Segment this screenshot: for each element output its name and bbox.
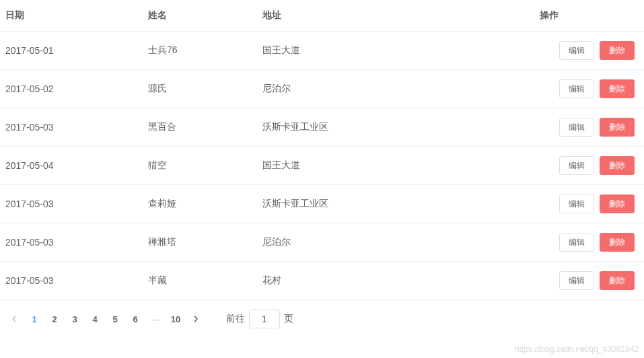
page-ellipsis[interactable]: ··· (145, 310, 166, 328)
delete-button[interactable]: 删除 (600, 194, 635, 213)
page-number-10[interactable]: 10 (166, 310, 186, 328)
next-page-button[interactable] (186, 310, 206, 328)
table-row: 2017-05-03禅雅塔尼泊尔编辑删除 (0, 223, 644, 262)
table-row: 2017-05-02源氏尼泊尔编辑删除 (0, 70, 644, 108)
delete-button[interactable]: 删除 (600, 271, 635, 290)
col-header-name: 姓名 (141, 0, 256, 32)
cell-name: 查莉娅 (141, 185, 256, 223)
cell-addr: 沃斯卡亚工业区 (256, 108, 533, 147)
cell-addr: 花村 (256, 262, 533, 300)
cell-op: 编辑删除 (533, 108, 644, 147)
cell-op: 编辑删除 (533, 262, 644, 300)
cell-op: 编辑删除 (533, 185, 644, 223)
cell-date: 2017-05-01 (0, 32, 141, 70)
page-number-1[interactable]: 1 (24, 310, 44, 328)
delete-button[interactable]: 删除 (600, 156, 635, 175)
jumper-prefix: 前往 (226, 313, 245, 325)
cell-date: 2017-05-03 (0, 223, 141, 262)
cell-addr: 国王大道 (256, 147, 533, 185)
cell-name: 士兵76 (141, 32, 256, 70)
chevron-right-icon (192, 316, 199, 322)
data-table: 日期 姓名 地址 操作 2017-05-01士兵76国王大道编辑删除2017-0… (0, 0, 644, 300)
cell-name: 禅雅塔 (141, 223, 256, 262)
jumper-suffix: 页 (284, 313, 293, 325)
edit-button[interactable]: 编辑 (559, 41, 594, 60)
cell-addr: 尼泊尔 (256, 70, 533, 108)
chevron-left-icon (11, 316, 17, 322)
cell-addr: 沃斯卡亚工业区 (256, 185, 533, 223)
pagination: 123456···10 前往 页 (0, 300, 644, 338)
cell-date: 2017-05-03 (0, 185, 141, 223)
cell-addr: 国王大道 (256, 32, 533, 70)
page-number-6[interactable]: 6 (125, 310, 145, 328)
col-header-op: 操作 (533, 0, 644, 32)
cell-op: 编辑删除 (533, 32, 644, 70)
delete-button[interactable]: 删除 (600, 41, 635, 60)
edit-button[interactable]: 编辑 (559, 156, 594, 175)
table-row: 2017-05-03查莉娅沃斯卡亚工业区编辑删除 (0, 185, 644, 223)
cell-op: 编辑删除 (533, 147, 644, 185)
cell-date: 2017-05-03 (0, 108, 141, 147)
page-number-2[interactable]: 2 (44, 310, 65, 328)
table-row: 2017-05-03半藏花村编辑删除 (0, 262, 644, 300)
cell-op: 编辑删除 (533, 70, 644, 108)
table-row: 2017-05-04猎空国王大道编辑删除 (0, 147, 644, 185)
jumper-input[interactable] (249, 310, 280, 328)
table-header-row: 日期 姓名 地址 操作 (0, 0, 644, 32)
edit-button[interactable]: 编辑 (559, 271, 594, 290)
edit-button[interactable]: 编辑 (559, 233, 594, 252)
page-jumper: 前往 页 (226, 310, 293, 328)
delete-button[interactable]: 删除 (600, 233, 635, 252)
col-header-addr: 地址 (256, 0, 533, 32)
edit-button[interactable]: 编辑 (559, 194, 594, 213)
cell-addr: 尼泊尔 (256, 223, 533, 262)
cell-name: 黑百合 (141, 108, 256, 147)
edit-button[interactable]: 编辑 (559, 118, 594, 137)
cell-name: 源氏 (141, 70, 256, 108)
delete-button[interactable]: 删除 (600, 79, 635, 98)
cell-date: 2017-05-04 (0, 147, 141, 185)
cell-name: 猎空 (141, 147, 256, 185)
table-row: 2017-05-03黑百合沃斯卡亚工业区编辑删除 (0, 108, 644, 147)
edit-button[interactable]: 编辑 (559, 79, 594, 98)
col-header-date: 日期 (0, 0, 141, 32)
page-number-3[interactable]: 3 (65, 310, 85, 328)
cell-date: 2017-05-02 (0, 70, 141, 108)
cell-op: 编辑删除 (533, 223, 644, 262)
cell-name: 半藏 (141, 262, 256, 300)
delete-button[interactable]: 删除 (600, 118, 635, 137)
page-number-5[interactable]: 5 (105, 310, 125, 328)
cell-date: 2017-05-03 (0, 262, 141, 300)
prev-page-button[interactable] (4, 310, 24, 328)
page-number-4[interactable]: 4 (85, 310, 105, 328)
table-row: 2017-05-01士兵76国王大道编辑删除 (0, 32, 644, 70)
